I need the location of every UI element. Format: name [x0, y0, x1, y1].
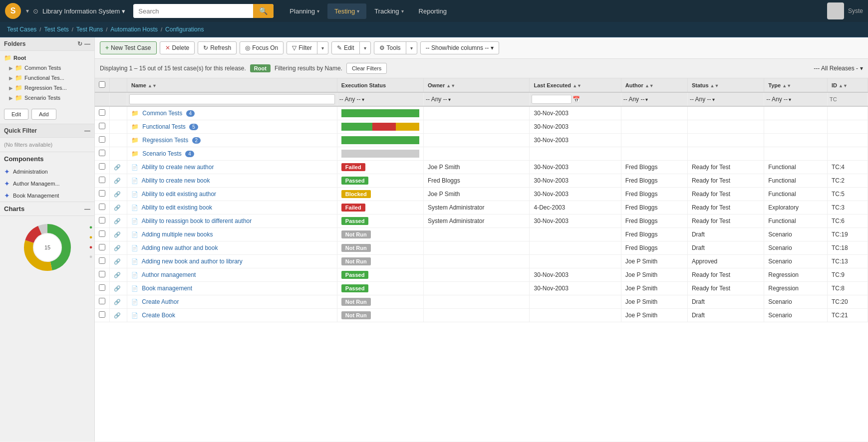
component-administration[interactable]: ✦ Administration [0, 166, 94, 178]
header-type[interactable]: Type ▲▼ [764, 78, 828, 92]
add-folder-button[interactable]: Add [31, 109, 56, 120]
last-executed-cell: 30-Nov-2003 [530, 161, 621, 174]
search-input[interactable] [133, 4, 253, 18]
select-all-checkbox[interactable] [99, 81, 105, 88]
logo-chevron[interactable]: ▾ [26, 7, 29, 14]
row-checkbox[interactable] [99, 271, 105, 277]
breadcrumb-test-cases[interactable]: Test Cases [7, 26, 36, 33]
row-checkbox[interactable] [99, 150, 105, 156]
owner-cell [424, 241, 530, 255]
test-case-link[interactable]: Book management [142, 285, 192, 292]
folder-functional-tests[interactable]: ▶ 📁 Functional Tes... [0, 73, 94, 83]
test-case-link[interactable]: Adding new author and book [142, 244, 218, 251]
row-checkbox[interactable] [99, 109, 105, 116]
author-filter-arrow[interactable]: ▾ [645, 97, 648, 102]
type-filter-arrow[interactable]: ▾ [789, 97, 791, 102]
tools-button[interactable]: ⚙ Tools [374, 42, 406, 54]
test-case-link[interactable]: Create Author [142, 298, 179, 305]
test-case-link[interactable]: Ability to edit existing author [142, 191, 216, 198]
breadcrumb-configurations[interactable]: Configurations [165, 26, 204, 33]
row-checkbox[interactable] [99, 257, 105, 264]
folder-regression-tests[interactable]: ▶ 📁 Regression Tes... [0, 83, 94, 93]
exec-status-filter-arrow[interactable]: ▾ [362, 97, 364, 102]
test-name-cell: 📄 Adding new author and book [127, 241, 337, 255]
header-status[interactable]: Status ▲▼ [687, 78, 764, 92]
component-book-management[interactable]: ✦ Book Management [0, 190, 94, 202]
status-filter-arrow[interactable]: ▾ [712, 97, 715, 102]
edit-dropdown-arrow[interactable]: ▾ [360, 43, 370, 53]
breadcrumb-automation-hosts[interactable]: Automation Hosts [110, 26, 158, 33]
calendar-icon[interactable]: 📅 [573, 96, 580, 103]
row-checkbox[interactable] [99, 163, 105, 170]
nav-planning[interactable]: Planning ▾ [283, 3, 326, 19]
status-cell: Draft [687, 241, 764, 255]
filter-dropdown-arrow[interactable]: ▾ [317, 43, 328, 53]
charts-collapse-icon[interactable]: — [84, 206, 90, 213]
test-case-link[interactable]: Adding multiple new books [142, 231, 213, 238]
folder-link[interactable]: Regression Tests [142, 137, 188, 144]
exec-bar-cell [337, 106, 423, 120]
owner-filter-arrow[interactable]: ▾ [448, 97, 451, 102]
header-owner[interactable]: Owner ▲▼ [424, 78, 530, 92]
row-checkbox[interactable] [99, 311, 105, 318]
test-case-link[interactable]: Author management [142, 271, 196, 278]
folder-common-tests[interactable]: ▶ 📁 Common Tests [0, 63, 94, 73]
show-hide-columns-button[interactable]: -- Show/hide columns -- ▾ [420, 41, 500, 54]
row-checkbox[interactable] [99, 123, 105, 129]
edit-button[interactable]: ✎ Edit [332, 42, 360, 54]
test-case-link[interactable]: Adding new book and author to library [142, 258, 243, 265]
folder-link[interactable]: Functional Tests [142, 123, 186, 130]
nav-reporting[interactable]: Reporting [412, 3, 454, 19]
app-logo[interactable]: S [5, 3, 21, 19]
test-case-link[interactable]: Ability to reassign book to different au… [142, 218, 252, 224]
delete-button[interactable]: ✕ Delete [160, 41, 195, 54]
row-checkbox[interactable] [99, 204, 105, 210]
new-test-case-button[interactable]: + New Test Case [100, 41, 157, 54]
folder-link[interactable]: Common Tests [142, 110, 182, 117]
all-releases[interactable]: --- All Releases - ▾ [814, 65, 863, 72]
test-case-link[interactable]: Create Book [142, 312, 175, 319]
component-author-management[interactable]: ✦ Author Managem... [0, 178, 94, 190]
header-id[interactable]: ID ▲▼ [827, 78, 868, 92]
test-case-link[interactable]: Ability to edit existing book [142, 204, 212, 211]
row-checkbox[interactable] [99, 177, 105, 183]
folder-link[interactable]: Scenario Tests [142, 150, 182, 157]
clear-filters-button[interactable]: Clear Filters [346, 63, 387, 74]
tools-dropdown-arrow[interactable]: ▾ [406, 43, 417, 53]
name-filter-input[interactable] [129, 94, 335, 104]
id-cell: TC:21 [827, 309, 868, 322]
folder-row-icon: 📁 [131, 150, 139, 157]
row-checkbox[interactable] [99, 284, 105, 291]
header-author[interactable]: Author ▲▼ [621, 78, 687, 92]
header-select-all[interactable] [95, 78, 110, 92]
test-case-link[interactable]: Ability to create new book [142, 177, 210, 184]
folder-root[interactable]: 📁 Root [0, 53, 94, 63]
user-avatar[interactable] [827, 2, 844, 19]
row-checkbox[interactable] [99, 230, 105, 237]
app-name[interactable]: Library Information System ▾ [42, 7, 125, 15]
folders-collapse-icon[interactable]: — [84, 40, 90, 47]
breadcrumb-test-runs[interactable]: Test Runs [76, 26, 103, 33]
filter-row: -- Any -- ▾ -- Any -- ▾ 📅 [95, 92, 868, 106]
row-checkbox[interactable] [99, 136, 105, 143]
row-checkbox[interactable] [99, 244, 105, 250]
nav-testing[interactable]: Testing ▾ [327, 3, 366, 19]
header-name[interactable]: Name ▲▼ [127, 78, 337, 92]
app-name-chevron[interactable]: ▾ [122, 7, 125, 15]
row-checkbox[interactable] [99, 298, 105, 304]
header-last-executed[interactable]: Last Executed ▲▼ [530, 78, 621, 92]
row-checkbox[interactable] [99, 217, 105, 223]
breadcrumb-test-sets[interactable]: Test Sets [44, 26, 68, 33]
nav-tracking[interactable]: Tracking ▾ [367, 3, 410, 19]
folders-refresh-icon[interactable]: ↻ [77, 40, 82, 47]
focus-on-button[interactable]: ◎ Focus On [240, 41, 284, 54]
refresh-button[interactable]: ↻ Refresh [198, 41, 237, 54]
search-button[interactable]: 🔍 [253, 4, 274, 18]
date-filter-input[interactable] [532, 95, 572, 104]
quick-filter-collapse-icon[interactable]: — [84, 127, 90, 134]
edit-folder-button[interactable]: Edit [4, 109, 28, 120]
row-checkbox[interactable] [99, 190, 105, 197]
test-case-link[interactable]: Ability to create new author [142, 164, 214, 171]
folder-scenario-tests[interactable]: ▶ 📁 Scenario Tests [0, 93, 94, 103]
filter-button[interactable]: ▽ Filter [287, 42, 317, 54]
